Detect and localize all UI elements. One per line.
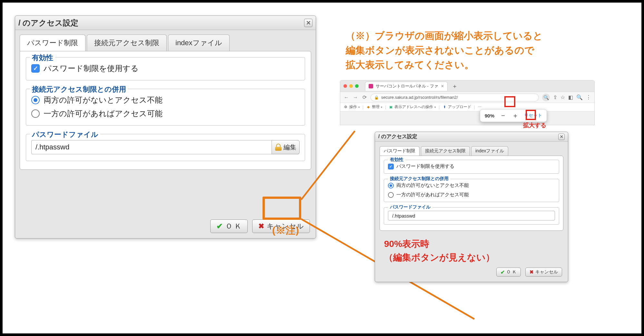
access-settings-dialog-large: / のアクセス設定 ✕ パスワード制限 接続元アクセス制限 indexファイル … xyxy=(15,15,316,239)
toolbar-label-upload: アップロード xyxy=(448,104,471,110)
secure-lock-icon: 🔒 xyxy=(374,95,379,100)
upload-icon: ⬆ xyxy=(442,105,447,109)
new-tab-button[interactable]: ＋ xyxy=(451,82,459,90)
edit-button-label: 編集 xyxy=(283,143,296,152)
camera-icon[interactable]: ◧ xyxy=(568,94,573,100)
close-icon[interactable]: ✕ xyxy=(558,134,565,140)
zoom-indicator-icon[interactable]: 🔍 xyxy=(542,94,550,101)
checkbox-checked-icon[interactable]: ✓ xyxy=(31,64,40,73)
organize-icon: ◆ xyxy=(366,105,371,109)
radio-both-required[interactable]: 両方の許可がないとアクセス不能 xyxy=(31,95,300,105)
dialog-titlebar-small: / のアクセス設定 ✕ xyxy=(375,132,568,142)
ok-label-small: Ｏ Ｋ xyxy=(506,269,517,275)
enlarge-label: 拡大する xyxy=(523,121,546,129)
warning-paragraph: （※）ブラウザの画面が縮小表示していると 編集ボタンが表示されないことがあるので… xyxy=(346,28,591,72)
chevron-down-icon: ▾ xyxy=(381,106,382,109)
toolbar-label-organize: 整理 xyxy=(372,104,380,110)
radio-selected-icon[interactable] xyxy=(31,96,40,104)
nav-reload-icon[interactable]: ⟳ xyxy=(362,94,367,100)
legend-password-file-small: パスワードファイル xyxy=(388,204,432,210)
nav-forward-icon[interactable]: → xyxy=(352,95,358,100)
tab-pane-password: 有効性 ✓ パスワード制限を使用する 接続元アクセス制限との併用 両方の許可がな… xyxy=(20,51,311,170)
access-settings-dialog-small: / のアクセス設定 ✕ パスワード制限 接続元アクセス制限 indexファイル … xyxy=(375,132,568,282)
ok-button-small[interactable]: ✔ Ｏ Ｋ xyxy=(496,268,521,277)
cancel-label-small: キャンセル xyxy=(535,269,558,275)
address-icon: ▣ xyxy=(389,105,393,109)
toolbar-item-organize[interactable]: ◆整理▾ xyxy=(366,104,382,110)
tab-strip-small: パスワード制限 接続元アクセス制限 indexファイル xyxy=(375,142,568,156)
radio-selected-icon[interactable] xyxy=(388,183,394,188)
warning-line-2: 編集ボタンが表示されないことがあるので xyxy=(346,43,591,57)
warning-line-1: （※）ブラウザの画面が縮小表示していると xyxy=(346,28,591,43)
password-file-input-small[interactable] xyxy=(388,211,555,220)
tab-pane-password-small: 有効性 ✓ パスワード制限を使用する 接続元アクセス制限との併用 両方の許可がな… xyxy=(380,156,563,231)
ext-icon[interactable]: ⋮ xyxy=(586,94,591,100)
legend-combined: 接続元アクセス制限との併用 xyxy=(30,85,128,94)
toolbar-item-address-op[interactable]: ▣表示アドレスへの操作▾ xyxy=(389,104,436,110)
radio-unselected-icon[interactable] xyxy=(31,109,40,118)
close-icon[interactable]: ✕ xyxy=(304,19,312,27)
check-icon: ✔ xyxy=(500,269,505,275)
gear-icon: ⚙ xyxy=(343,105,348,109)
tab-source-limit[interactable]: 接続元アクセス制限 xyxy=(421,146,470,156)
browser-tab[interactable]: サーバコントロールパネル - ファ ✕ xyxy=(365,82,448,91)
browser-window: サーバコントロールパネル - ファ ✕ ＋ ← → ⟳ 🔒 secure.sak… xyxy=(340,80,595,125)
zoom-percent: 90% xyxy=(485,113,494,118)
toolbar-label-operate: 操作 xyxy=(349,104,357,110)
radio-both-required-small[interactable]: 両方の許可がないとアクセス不能 xyxy=(388,182,555,188)
radio-either-ok-small[interactable]: 一方の許可があればアクセス可能 xyxy=(388,192,555,198)
edit-button[interactable]: 編集 xyxy=(272,140,300,154)
tab-password-limit[interactable]: パスワード制限 xyxy=(20,35,85,51)
use-password-limit-row[interactable]: ✓ パスワード制限を使用する xyxy=(31,63,300,74)
radio-either-ok[interactable]: 一方の許可があればアクセス可能 xyxy=(31,108,300,119)
star-icon[interactable]: ☆ xyxy=(560,94,565,100)
red-highlight-zoom-in xyxy=(526,110,536,120)
red-highlight-zoom-indicator xyxy=(504,96,515,107)
x-icon: ✖ xyxy=(530,269,534,275)
red-caption-line-1: 90%表示時 xyxy=(384,237,568,251)
use-password-limit-row-small[interactable]: ✓ パスワード制限を使用する xyxy=(388,163,555,169)
traffic-light-max-icon[interactable] xyxy=(355,84,359,88)
radio-unselected-icon[interactable] xyxy=(388,192,394,198)
favicon-icon xyxy=(369,84,373,88)
legend-validity: 有効性 xyxy=(30,53,55,63)
toolbar-item-more[interactable]: ⋯ xyxy=(478,105,482,109)
toolbar-item-operate[interactable]: ⚙操作▾ xyxy=(343,104,360,110)
ok-button[interactable]: ✔ Ｏ Ｋ xyxy=(210,219,248,233)
note-asterisk: (※注) xyxy=(272,224,299,237)
dialog-title-small: / のアクセス設定 xyxy=(378,133,417,140)
zoom-popup: 90% − ＋ リセット xyxy=(480,109,547,122)
checkbox-checked-icon[interactable]: ✓ xyxy=(388,164,394,169)
legend-combined-small: 接続元アクセス制限との併用 xyxy=(388,176,451,182)
check-icon: ✔ xyxy=(216,222,223,231)
dialog-title: / のアクセス設定 xyxy=(18,18,78,28)
tab-source-limit[interactable]: 接続元アクセス制限 xyxy=(87,35,167,51)
share-icon[interactable]: ⇪ xyxy=(553,94,557,100)
tab-index-file[interactable]: indexファイル xyxy=(168,35,230,51)
tab-password-limit[interactable]: パスワード制限 xyxy=(380,146,420,156)
fileman-toolbar: ⚙操作▾ | ◆整理▾ | ▣表示アドレスへの操作▾ | ⬆アップロード | ⋯ xyxy=(340,103,594,111)
x-icon: ✖ xyxy=(258,222,264,230)
browser-right-icons: 🔍 ⇪ ☆ ◧ 🔍 ⋮ xyxy=(542,94,591,101)
ok-label: Ｏ Ｋ xyxy=(225,221,242,231)
radio-either-label-small: 一方の許可があればアクセス可能 xyxy=(396,192,469,198)
nav-back-icon[interactable]: ← xyxy=(343,95,349,100)
legend-password-file: パスワードファイル xyxy=(30,130,100,139)
browser-address-bar: ← → ⟳ 🔒 secure.sakura.ad.jp/rscontrol/rs… xyxy=(340,92,594,103)
use-password-limit-label-small: パスワード制限を使用する xyxy=(396,163,454,169)
zoom-out-button[interactable]: − xyxy=(500,112,507,119)
fieldset-password-file-small: パスワードファイル xyxy=(384,207,559,225)
cancel-button-small[interactable]: ✖ キャンセル xyxy=(525,268,562,277)
red-caption: 90%表示時 （編集ボタンが見えない） xyxy=(375,235,568,268)
toolbar-item-upload[interactable]: ⬆アップロード xyxy=(442,104,471,110)
tab-close-icon[interactable]: ✕ xyxy=(441,85,444,88)
traffic-light-min-icon[interactable] xyxy=(349,84,353,88)
radio-both-label-small: 両方の許可がないとアクセス不能 xyxy=(396,182,469,188)
password-file-input[interactable] xyxy=(31,140,272,154)
zoom-in-button[interactable]: ＋ xyxy=(512,112,519,119)
tab-index-file[interactable]: indexファイル xyxy=(471,146,508,156)
red-caption-line-2: （編集ボタンが見えない） xyxy=(384,251,568,264)
search-icon[interactable]: 🔍 xyxy=(576,94,583,100)
traffic-light-close-icon[interactable] xyxy=(343,84,347,88)
more-icon: ⋯ xyxy=(478,105,482,109)
